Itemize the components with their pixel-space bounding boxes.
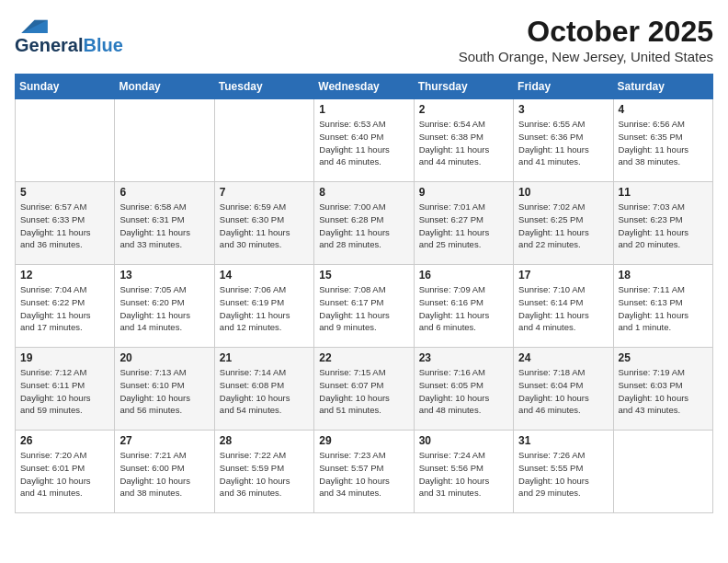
day-number: 28: [220, 434, 309, 447]
day-info: Sunrise: 6:56 AM Sunset: 6:35 PM Dayligh…: [619, 118, 708, 168]
day-number: 13: [119, 269, 209, 282]
day-number: 24: [518, 351, 608, 364]
day-number: 16: [419, 269, 508, 282]
day-info: Sunrise: 7:15 AM Sunset: 6:07 PM Dayligh…: [319, 366, 408, 417]
page-header: General Blue October 2025 South Orange, …: [15, 15, 713, 64]
calendar-cell: 21Sunrise: 7:14 AM Sunset: 6:08 PM Dayli…: [214, 348, 313, 431]
calendar-cell: [16, 99, 115, 182]
day-number: 27: [119, 434, 209, 447]
day-number: 4: [619, 103, 708, 116]
calendar-cell: 12Sunrise: 7:04 AM Sunset: 6:22 PM Dayli…: [16, 265, 115, 348]
logo-icon: [15, 15, 48, 33]
day-number: 30: [419, 434, 508, 447]
weekday-header-row: SundayMondayTuesdayWednesdayThursdayFrid…: [16, 75, 713, 99]
calendar-cell: 26Sunrise: 7:20 AM Sunset: 6:01 PM Dayli…: [16, 431, 115, 513]
day-info: Sunrise: 7:08 AM Sunset: 6:17 PM Dayligh…: [319, 283, 408, 334]
day-number: 29: [319, 434, 408, 447]
title-block: October 2025 South Orange, New Jersey, U…: [459, 15, 713, 64]
calendar-cell: 20Sunrise: 7:13 AM Sunset: 6:10 PM Dayli…: [115, 348, 214, 431]
weekday-header: Tuesday: [214, 75, 313, 99]
day-info: Sunrise: 7:01 AM Sunset: 6:27 PM Dayligh…: [419, 201, 508, 251]
calendar-cell: 5Sunrise: 6:57 AM Sunset: 6:33 PM Daylig…: [16, 182, 115, 265]
calendar-cell: [115, 99, 214, 182]
day-info: Sunrise: 7:10 AM Sunset: 6:14 PM Dayligh…: [518, 283, 608, 334]
weekday-header: Friday: [514, 75, 613, 99]
calendar-cell: 24Sunrise: 7:18 AM Sunset: 6:04 PM Dayli…: [514, 348, 613, 431]
logo-blue: Blue: [83, 35, 122, 56]
calendar-cell: 9Sunrise: 7:01 AM Sunset: 6:27 PM Daylig…: [414, 182, 513, 265]
calendar-cell: 18Sunrise: 7:11 AM Sunset: 6:13 PM Dayli…: [613, 265, 712, 348]
calendar-week-row: 19Sunrise: 7:12 AM Sunset: 6:11 PM Dayli…: [16, 348, 713, 431]
day-number: 26: [20, 434, 109, 447]
calendar-cell: 17Sunrise: 7:10 AM Sunset: 6:14 PM Dayli…: [514, 265, 613, 348]
day-number: 17: [518, 269, 608, 282]
weekday-header: Monday: [115, 75, 214, 99]
day-number: 18: [619, 269, 708, 282]
calendar-cell: 31Sunrise: 7:26 AM Sunset: 5:55 PM Dayli…: [514, 431, 613, 513]
day-number: 14: [220, 269, 309, 282]
calendar-week-row: 5Sunrise: 6:57 AM Sunset: 6:33 PM Daylig…: [16, 182, 713, 265]
calendar-cell: [214, 99, 313, 182]
day-info: Sunrise: 7:18 AM Sunset: 6:04 PM Dayligh…: [518, 366, 608, 417]
weekday-header: Thursday: [414, 75, 513, 99]
day-number: 31: [518, 434, 608, 447]
day-number: 19: [20, 351, 109, 364]
calendar-cell: 15Sunrise: 7:08 AM Sunset: 6:17 PM Dayli…: [314, 265, 414, 348]
logo-general: General: [15, 35, 83, 56]
calendar-cell: 23Sunrise: 7:16 AM Sunset: 6:05 PM Dayli…: [414, 348, 513, 431]
calendar-cell: 27Sunrise: 7:21 AM Sunset: 6:00 PM Dayli…: [115, 431, 214, 513]
day-info: Sunrise: 7:03 AM Sunset: 6:23 PM Dayligh…: [619, 201, 708, 251]
day-info: Sunrise: 7:13 AM Sunset: 6:10 PM Dayligh…: [119, 366, 209, 417]
location-title: South Orange, New Jersey, United States: [459, 49, 713, 64]
month-title: October 2025: [459, 15, 713, 49]
weekday-header: Sunday: [16, 75, 115, 99]
day-number: 21: [220, 351, 309, 364]
day-number: 11: [619, 186, 708, 199]
calendar-cell: 25Sunrise: 7:19 AM Sunset: 6:03 PM Dayli…: [613, 348, 712, 431]
day-number: 3: [518, 103, 608, 116]
day-number: 15: [319, 269, 408, 282]
day-number: 12: [20, 269, 109, 282]
calendar-cell: 2Sunrise: 6:54 AM Sunset: 6:38 PM Daylig…: [414, 99, 513, 182]
day-info: Sunrise: 7:02 AM Sunset: 6:25 PM Dayligh…: [518, 201, 608, 251]
calendar-cell: 29Sunrise: 7:23 AM Sunset: 5:57 PM Dayli…: [314, 431, 414, 513]
day-number: 10: [518, 186, 608, 199]
day-info: Sunrise: 6:59 AM Sunset: 6:30 PM Dayligh…: [220, 201, 309, 251]
day-info: Sunrise: 6:55 AM Sunset: 6:36 PM Dayligh…: [518, 118, 608, 168]
weekday-header: Wednesday: [314, 75, 414, 99]
day-info: Sunrise: 7:16 AM Sunset: 6:05 PM Dayligh…: [419, 366, 508, 417]
day-info: Sunrise: 7:04 AM Sunset: 6:22 PM Dayligh…: [20, 283, 109, 334]
day-info: Sunrise: 7:22 AM Sunset: 5:59 PM Dayligh…: [220, 449, 309, 500]
calendar-cell: 22Sunrise: 7:15 AM Sunset: 6:07 PM Dayli…: [314, 348, 414, 431]
day-number: 2: [419, 103, 508, 116]
logo: General Blue: [15, 15, 123, 56]
day-info: Sunrise: 7:24 AM Sunset: 5:56 PM Dayligh…: [419, 449, 508, 500]
weekday-header: Saturday: [613, 75, 712, 99]
day-info: Sunrise: 7:11 AM Sunset: 6:13 PM Dayligh…: [619, 283, 708, 334]
day-number: 23: [419, 351, 508, 364]
day-info: Sunrise: 7:21 AM Sunset: 6:00 PM Dayligh…: [119, 449, 209, 500]
calendar-cell: 7Sunrise: 6:59 AM Sunset: 6:30 PM Daylig…: [214, 182, 313, 265]
day-info: Sunrise: 7:09 AM Sunset: 6:16 PM Dayligh…: [419, 283, 508, 334]
calendar-cell: 4Sunrise: 6:56 AM Sunset: 6:35 PM Daylig…: [613, 99, 712, 182]
calendar-cell: 30Sunrise: 7:24 AM Sunset: 5:56 PM Dayli…: [414, 431, 513, 513]
calendar-week-row: 26Sunrise: 7:20 AM Sunset: 6:01 PM Dayli…: [16, 431, 713, 513]
day-number: 9: [419, 186, 508, 199]
calendar-cell: 10Sunrise: 7:02 AM Sunset: 6:25 PM Dayli…: [514, 182, 613, 265]
day-info: Sunrise: 7:19 AM Sunset: 6:03 PM Dayligh…: [619, 366, 708, 417]
calendar-cell: 13Sunrise: 7:05 AM Sunset: 6:20 PM Dayli…: [115, 265, 214, 348]
day-number: 6: [119, 186, 209, 199]
calendar-cell: 14Sunrise: 7:06 AM Sunset: 6:19 PM Dayli…: [214, 265, 313, 348]
day-info: Sunrise: 7:23 AM Sunset: 5:57 PM Dayligh…: [319, 449, 408, 500]
day-number: 20: [119, 351, 209, 364]
day-info: Sunrise: 7:26 AM Sunset: 5:55 PM Dayligh…: [518, 449, 608, 500]
calendar-week-row: 12Sunrise: 7:04 AM Sunset: 6:22 PM Dayli…: [16, 265, 713, 348]
day-info: Sunrise: 6:54 AM Sunset: 6:38 PM Dayligh…: [419, 118, 508, 168]
day-number: 25: [619, 351, 708, 364]
day-number: 8: [319, 186, 408, 199]
calendar-cell: [613, 431, 712, 513]
day-info: Sunrise: 7:06 AM Sunset: 6:19 PM Dayligh…: [220, 283, 309, 334]
day-number: 5: [20, 186, 109, 199]
day-info: Sunrise: 7:20 AM Sunset: 6:01 PM Dayligh…: [20, 449, 109, 500]
day-info: Sunrise: 6:53 AM Sunset: 6:40 PM Dayligh…: [319, 118, 408, 168]
